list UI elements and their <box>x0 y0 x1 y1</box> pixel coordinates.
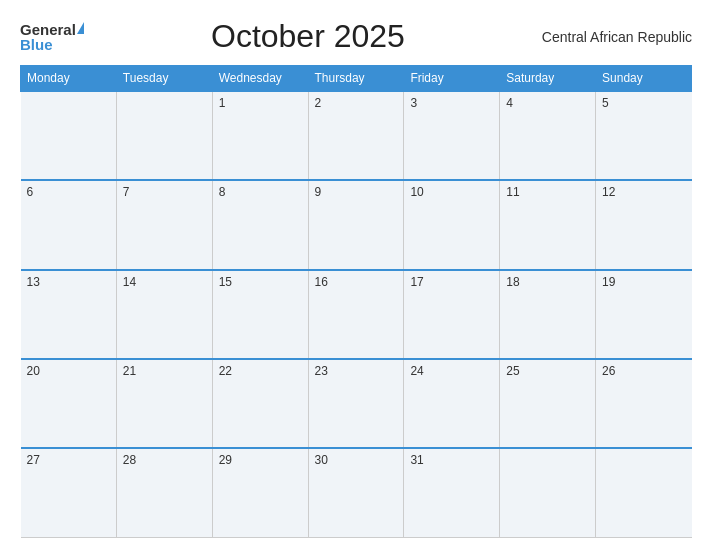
day-cell: 19 <box>596 270 692 359</box>
day-cell: 20 <box>21 359 117 448</box>
day-cell: 28 <box>116 448 212 537</box>
day-number: 7 <box>123 185 130 199</box>
day-number: 19 <box>602 275 615 289</box>
day-cell <box>21 91 117 180</box>
table-row: 1 2 3 4 5 <box>21 91 692 180</box>
day-number: 30 <box>315 453 328 467</box>
calendar-title: October 2025 <box>84 18 532 55</box>
day-number: 16 <box>315 275 328 289</box>
day-number: 25 <box>506 364 519 378</box>
header-saturday: Saturday <box>500 66 596 92</box>
header-monday: Monday <box>21 66 117 92</box>
day-cell: 10 <box>404 180 500 269</box>
day-number: 27 <box>27 453 40 467</box>
day-cell: 8 <box>212 180 308 269</box>
day-cell: 3 <box>404 91 500 180</box>
day-cell: 14 <box>116 270 212 359</box>
day-number: 31 <box>410 453 423 467</box>
day-cell: 16 <box>308 270 404 359</box>
day-cell: 18 <box>500 270 596 359</box>
day-number: 6 <box>27 185 34 199</box>
table-row: 6 7 8 9 10 11 12 <box>21 180 692 269</box>
day-number: 10 <box>410 185 423 199</box>
day-number: 17 <box>410 275 423 289</box>
day-cell: 31 <box>404 448 500 537</box>
day-cell: 22 <box>212 359 308 448</box>
day-number: 9 <box>315 185 322 199</box>
day-cell: 1 <box>212 91 308 180</box>
header-tuesday: Tuesday <box>116 66 212 92</box>
day-cell: 30 <box>308 448 404 537</box>
header-sunday: Sunday <box>596 66 692 92</box>
header-friday: Friday <box>404 66 500 92</box>
table-row: 20 21 22 23 24 25 26 <box>21 359 692 448</box>
day-cell: 17 <box>404 270 500 359</box>
day-number: 15 <box>219 275 232 289</box>
day-number: 11 <box>506 185 519 199</box>
day-cell: 11 <box>500 180 596 269</box>
day-number: 13 <box>27 275 40 289</box>
day-cell: 27 <box>21 448 117 537</box>
day-cell: 2 <box>308 91 404 180</box>
day-cell: 24 <box>404 359 500 448</box>
logo-triangle-icon <box>77 22 84 34</box>
day-cell: 4 <box>500 91 596 180</box>
day-cell <box>116 91 212 180</box>
day-number: 20 <box>27 364 40 378</box>
day-cell: 25 <box>500 359 596 448</box>
day-number: 1 <box>219 96 226 110</box>
day-cell: 21 <box>116 359 212 448</box>
logo-blue-text: Blue <box>20 37 53 52</box>
day-number: 4 <box>506 96 513 110</box>
day-number: 21 <box>123 364 136 378</box>
table-row: 13 14 15 16 17 18 19 <box>21 270 692 359</box>
day-number: 23 <box>315 364 328 378</box>
region-label: Central African Republic <box>532 29 692 45</box>
calendar-table: Monday Tuesday Wednesday Thursday Friday… <box>20 65 692 538</box>
day-number: 14 <box>123 275 136 289</box>
day-number: 18 <box>506 275 519 289</box>
day-cell: 13 <box>21 270 117 359</box>
day-number: 24 <box>410 364 423 378</box>
day-number: 5 <box>602 96 609 110</box>
day-cell: 7 <box>116 180 212 269</box>
day-cell: 23 <box>308 359 404 448</box>
weekday-header-row: Monday Tuesday Wednesday Thursday Friday… <box>21 66 692 92</box>
day-cell: 6 <box>21 180 117 269</box>
header-wednesday: Wednesday <box>212 66 308 92</box>
header: General Blue October 2025 Central Africa… <box>20 18 692 55</box>
day-cell <box>596 448 692 537</box>
table-row: 27 28 29 30 31 <box>21 448 692 537</box>
day-number: 22 <box>219 364 232 378</box>
day-number: 29 <box>219 453 232 467</box>
logo: General Blue <box>20 22 84 52</box>
day-cell: 5 <box>596 91 692 180</box>
day-number: 26 <box>602 364 615 378</box>
day-number: 3 <box>410 96 417 110</box>
day-number: 2 <box>315 96 322 110</box>
day-number: 12 <box>602 185 615 199</box>
day-cell: 15 <box>212 270 308 359</box>
header-thursday: Thursday <box>308 66 404 92</box>
day-cell: 12 <box>596 180 692 269</box>
day-number: 28 <box>123 453 136 467</box>
day-cell: 29 <box>212 448 308 537</box>
logo-general-text: General <box>20 22 76 37</box>
page: General Blue October 2025 Central Africa… <box>0 0 712 550</box>
day-number: 8 <box>219 185 226 199</box>
day-cell: 9 <box>308 180 404 269</box>
day-cell <box>500 448 596 537</box>
day-cell: 26 <box>596 359 692 448</box>
